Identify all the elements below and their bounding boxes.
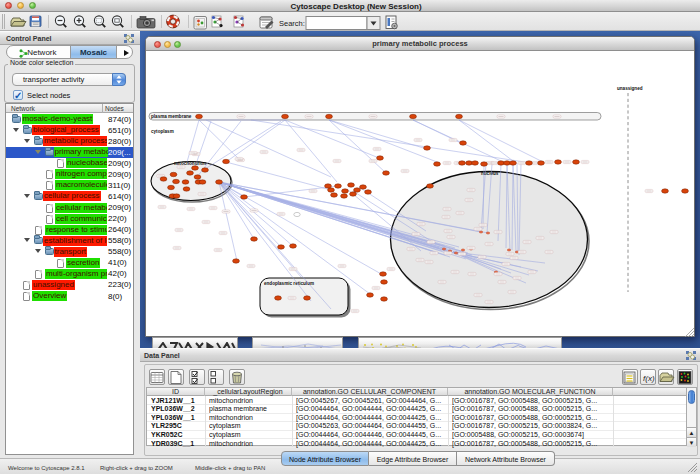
svg-text:Search:: Search: <box>279 19 305 28</box>
svg-text:mitochondrion: mitochondrion <box>174 161 206 166</box>
svg-text:plasma membrane: plasma membrane <box>151 114 192 119</box>
svg-text:f(x): f(x) <box>643 374 655 383</box>
svg-text:cytoplasm: cytoplasm <box>151 129 174 134</box>
svg-text:unassigned: unassigned <box>617 86 643 91</box>
